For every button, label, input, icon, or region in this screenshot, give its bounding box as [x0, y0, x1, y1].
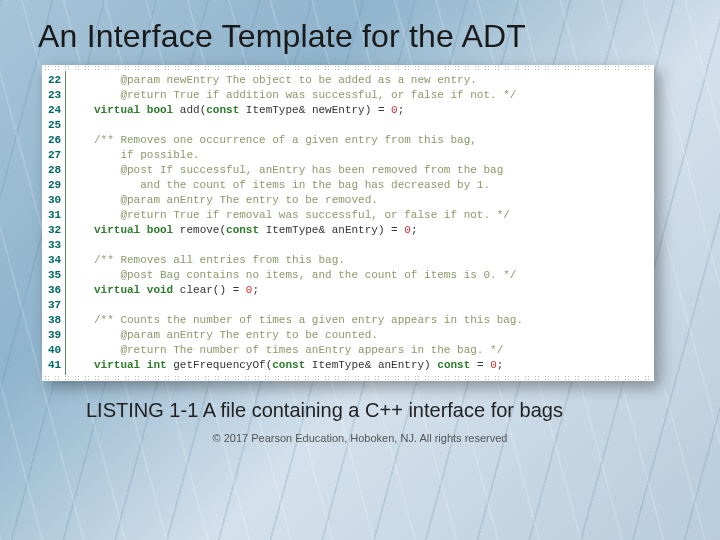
line-number: 35 [48, 268, 61, 283]
code-line: if possible. [74, 148, 523, 163]
line-number: 25 [48, 118, 61, 133]
code-body: 2223242526272829303132333435363738394041… [42, 71, 654, 375]
line-number: 29 [48, 178, 61, 193]
code-line [74, 238, 523, 253]
code-listing: 2223242526272829303132333435363738394041… [42, 65, 654, 381]
line-number-gutter: 2223242526272829303132333435363738394041 [42, 71, 66, 375]
code-line: virtual void clear() = 0; [74, 283, 523, 298]
copyright-text: © 2017 Pearson Education, Hoboken, NJ. A… [38, 432, 682, 444]
code-line: @post If successful, anEntry has been re… [74, 163, 523, 178]
listing-caption: LISTING 1-1 A file containing a C++ inte… [86, 399, 682, 422]
code-line: @return The number of times anEntry appe… [74, 343, 523, 358]
code-line: /** Counts the number of times a given e… [74, 313, 523, 328]
code-line: /** Removes one occurrence of a given en… [74, 133, 523, 148]
line-number: 33 [48, 238, 61, 253]
decorative-top-border [42, 65, 654, 71]
line-number: 34 [48, 253, 61, 268]
code-line: @param newEntry The object to be added a… [74, 73, 523, 88]
code-line [74, 118, 523, 133]
slide-title: An Interface Template for the ADT [38, 18, 682, 55]
line-number: 30 [48, 193, 61, 208]
line-number: 40 [48, 343, 61, 358]
code-line: /** Removes all entries from this bag. [74, 253, 523, 268]
line-number: 41 [48, 358, 61, 373]
line-number: 26 [48, 133, 61, 148]
code-line: @param anEntry The entry to be counted. [74, 328, 523, 343]
code-line: virtual bool add(const ItemType& newEntr… [74, 103, 523, 118]
line-number: 39 [48, 328, 61, 343]
code-content: @param newEntry The object to be added a… [66, 71, 531, 375]
line-number: 38 [48, 313, 61, 328]
decorative-bottom-border [42, 375, 654, 381]
line-number: 32 [48, 223, 61, 238]
code-line: @post Bag contains no items, and the cou… [74, 268, 523, 283]
line-number: 23 [48, 88, 61, 103]
slide: An Interface Template for the ADT 222324… [0, 0, 720, 540]
code-line: and the count of items in the bag has de… [74, 178, 523, 193]
code-line: @param anEntry The entry to be removed. [74, 193, 523, 208]
line-number: 24 [48, 103, 61, 118]
line-number: 27 [48, 148, 61, 163]
line-number: 28 [48, 163, 61, 178]
line-number: 37 [48, 298, 61, 313]
code-line [74, 298, 523, 313]
line-number: 22 [48, 73, 61, 88]
line-number: 36 [48, 283, 61, 298]
code-line: @return True if addition was successful,… [74, 88, 523, 103]
line-number: 31 [48, 208, 61, 223]
code-line: @return True if removal was successful, … [74, 208, 523, 223]
code-line: virtual bool remove(const ItemType& anEn… [74, 223, 523, 238]
code-line: virtual int getFrequencyOf(const ItemTyp… [74, 358, 523, 373]
